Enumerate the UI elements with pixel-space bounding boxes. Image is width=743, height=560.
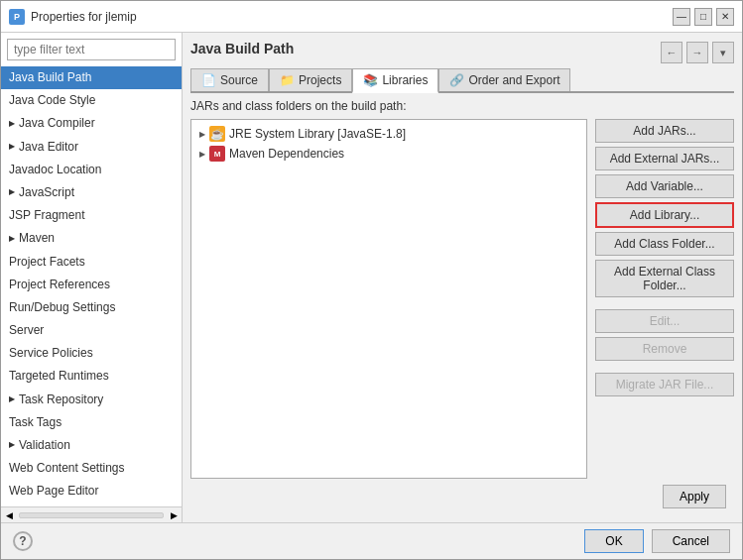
jre-icon: ☕ xyxy=(209,126,225,142)
tree-item-jre-label: JRE System Library [JavaSE-1.8] xyxy=(229,127,406,141)
sidebar-list: Java Build Path Java Code Style Java Com… xyxy=(1,66,182,506)
order-export-tab-icon: 🔗 xyxy=(449,73,464,87)
sidebar-item-validation[interactable]: Validation xyxy=(1,434,182,457)
sidebar-item-label: JavaScript xyxy=(19,183,74,202)
migrate-jar-button[interactable]: Migrate JAR File... xyxy=(595,373,734,396)
nav-controls: ← → ▾ xyxy=(661,42,734,63)
source-tab-icon: 📄 xyxy=(201,73,216,87)
sidebar-item-targeted-runtimes[interactable]: Targeted Runtimes xyxy=(1,365,182,388)
buttons-panel: Add JARs... Add External JARs... Add Var… xyxy=(595,119,734,479)
cancel-button[interactable]: Cancel xyxy=(652,529,730,553)
tab-projects[interactable]: 📁 Projects xyxy=(269,68,352,91)
sidebar-item-label: Project Facets xyxy=(9,253,85,272)
tree-toggle-jre: ▶ xyxy=(199,130,205,139)
sidebar-item-jsp-fragment[interactable]: JSP Fragment xyxy=(1,204,182,227)
remove-button[interactable]: Remove xyxy=(595,337,734,361)
sidebar-item-service-policies[interactable]: Service Policies xyxy=(1,342,182,365)
scroll-left-icon[interactable]: ◀ xyxy=(1,507,17,523)
tree-panel[interactable]: ▶ ☕ JRE System Library [JavaSE-1.8] ▶ M … xyxy=(190,119,587,479)
add-external-class-folder-button[interactable]: Add External Class Folder... xyxy=(595,260,734,297)
ok-button[interactable]: OK xyxy=(584,529,643,553)
sidebar-item-label: Targeted Runtimes xyxy=(9,367,109,386)
sidebar-item-label: Task Repository xyxy=(19,391,103,409)
tab-projects-label: Projects xyxy=(299,73,341,87)
panel-title: Java Build Path xyxy=(190,41,294,56)
tree-item-maven-label: Maven Dependencies xyxy=(229,147,344,161)
sidebar-item-project-facets[interactable]: Project Facets xyxy=(1,251,182,274)
projects-tab-icon: 📁 xyxy=(280,73,295,87)
sidebar-item-label: Validation xyxy=(19,436,70,455)
right-panel: Java Build Path ← → ▾ 📄 Source 📁 Project… xyxy=(183,33,742,522)
sidebar-item-label: JSP Fragment xyxy=(9,206,84,225)
libraries-tab-icon: 📚 xyxy=(363,73,378,87)
close-button[interactable]: ✕ xyxy=(716,8,734,26)
sidebar-item-label: Server xyxy=(9,321,44,340)
sidebar-item-label: Java Code Style xyxy=(9,91,95,110)
footer-buttons: OK Cancel xyxy=(584,529,730,553)
tree-item-maven[interactable]: ▶ M Maven Dependencies xyxy=(195,144,582,164)
main-content: Java Build Path Java Code Style Java Com… xyxy=(1,33,742,522)
tab-source-label: Source xyxy=(220,73,258,87)
window-title: Properties for jlemip xyxy=(31,10,673,24)
sidebar-item-label: Web Content Settings xyxy=(9,459,125,478)
panel-header: Java Build Path ← → ▾ xyxy=(190,41,734,64)
button-spacer-2 xyxy=(595,365,734,369)
sidebar-item-label: Java Editor xyxy=(19,138,78,157)
tab-order-export-label: Order and Export xyxy=(468,73,559,87)
sidebar-item-web-page-editor[interactable]: Web Page Editor xyxy=(1,480,182,503)
add-variable-button[interactable]: Add Variable... xyxy=(595,174,734,198)
sidebar-item-java-code-style[interactable]: Java Code Style xyxy=(1,89,182,112)
sidebar-item-server[interactable]: Server xyxy=(1,319,182,342)
tab-order-export[interactable]: 🔗 Order and Export xyxy=(438,68,570,91)
add-external-jars-button[interactable]: Add External JARs... xyxy=(595,147,734,170)
sidebar-item-java-build-path[interactable]: Java Build Path xyxy=(1,66,182,89)
properties-dialog: P Properties for jlemip — □ ✕ Java Build… xyxy=(0,0,743,560)
window-icon: P xyxy=(9,9,25,25)
filter-input[interactable] xyxy=(7,39,176,60)
title-bar: P Properties for jlemip — □ ✕ xyxy=(1,1,742,33)
minimize-button[interactable]: — xyxy=(673,8,690,26)
nav-dropdown-button[interactable]: ▾ xyxy=(712,42,734,63)
sidebar-item-label: Run/Debug Settings xyxy=(9,298,115,317)
maximize-button[interactable]: □ xyxy=(694,8,712,26)
build-path-description: JARs and class folders on the build path… xyxy=(190,99,734,113)
sidebar: Java Build Path Java Code Style Java Com… xyxy=(1,33,183,522)
sidebar-item-label: Web Page Editor xyxy=(9,482,99,501)
add-jars-button[interactable]: Add JARs... xyxy=(595,119,734,143)
sidebar-item-javadoc-location[interactable]: Javadoc Location xyxy=(1,159,182,181)
sidebar-item-task-tags[interactable]: Task Tags xyxy=(1,411,182,434)
sidebar-item-maven[interactable]: Maven xyxy=(1,227,182,250)
tab-libraries[interactable]: 📚 Libraries xyxy=(352,68,438,93)
sidebar-item-label: Task Tags xyxy=(9,413,62,432)
nav-back-button[interactable]: ← xyxy=(661,42,682,63)
tree-item-jre[interactable]: ▶ ☕ JRE System Library [JavaSE-1.8] xyxy=(195,124,582,144)
sidebar-item-javascript[interactable]: JavaScript xyxy=(1,181,182,204)
horizontal-scrollbar[interactable] xyxy=(19,512,164,518)
sidebar-item-label: Java Build Path xyxy=(9,68,91,87)
add-library-button[interactable]: Add Library... xyxy=(595,202,734,228)
edit-button[interactable]: Edit... xyxy=(595,309,734,333)
tab-libraries-label: Libraries xyxy=(382,73,428,87)
sidebar-item-run-debug[interactable]: Run/Debug Settings xyxy=(1,296,182,319)
sidebar-item-label: Javadoc Location xyxy=(9,161,101,179)
button-spacer xyxy=(595,301,734,305)
sidebar-item-java-editor[interactable]: Java Editor xyxy=(1,136,182,159)
nav-forward-button[interactable]: → xyxy=(686,42,708,63)
sidebar-item-project-references[interactable]: Project References xyxy=(1,274,182,296)
scroll-right-icon[interactable]: ▶ xyxy=(166,507,182,523)
add-class-folder-button[interactable]: Add Class Folder... xyxy=(595,232,734,256)
sidebar-item-label: Project References xyxy=(9,276,110,294)
sidebar-item-label: Maven xyxy=(19,229,55,248)
sidebar-item-web-content-settings[interactable]: Web Content Settings xyxy=(1,457,182,480)
tabs-row: 📄 Source 📁 Projects 📚 Libraries 🔗 Order … xyxy=(190,68,734,93)
apply-button[interactable]: Apply xyxy=(663,485,726,508)
dialog-footer: ? OK Cancel xyxy=(1,522,742,559)
sidebar-item-label: Java Compiler xyxy=(19,114,95,133)
sidebar-item-task-repository[interactable]: Task Repository xyxy=(1,389,182,411)
build-path-area: ▶ ☕ JRE System Library [JavaSE-1.8] ▶ M … xyxy=(190,119,734,479)
sidebar-item-label: Service Policies xyxy=(9,344,93,363)
tab-source[interactable]: 📄 Source xyxy=(190,68,269,91)
help-button[interactable]: ? xyxy=(13,531,33,551)
sidebar-item-java-compiler[interactable]: Java Compiler xyxy=(1,112,182,135)
tree-toggle-maven: ▶ xyxy=(199,150,205,159)
